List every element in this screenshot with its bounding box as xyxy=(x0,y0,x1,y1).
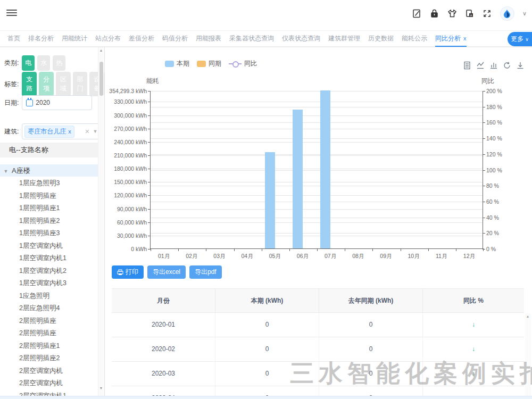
tree-item[interactable]: 1层空调室内机 xyxy=(0,240,98,253)
tree-item[interactable]: 2层照明插座 xyxy=(0,315,98,328)
nav-tab[interactable]: 同比分析x xyxy=(435,31,467,47)
table-body: 2020-01 0 0 ↓ 2020-02 0 0 ↓ 2020-03 xyxy=(112,313,524,396)
tree-item[interactable]: 1层照明插座 xyxy=(0,190,98,203)
nav-tab[interactable]: 历史数据 xyxy=(368,31,394,47)
tree-item[interactable]: 2层照明插座1 xyxy=(0,340,98,353)
tree-item[interactable]: 1应急照明 xyxy=(0,290,98,303)
nav-tab[interactable]: 建筑群管理 xyxy=(328,31,360,47)
select-caret-icon: ▼ xyxy=(93,129,97,134)
svg-text:A: A xyxy=(470,14,472,17)
nav-tab[interactable]: 差值分析 xyxy=(129,31,154,47)
table-column-header: 去年同期 (kWh) xyxy=(319,289,423,312)
tag-remove-icon[interactable]: x xyxy=(68,128,71,135)
tree-item[interactable]: 1层空调室内机3 xyxy=(0,277,98,290)
gridline xyxy=(151,122,483,123)
bottom-scrollbar-strip[interactable] xyxy=(0,396,532,399)
tree-item[interactable]: 1层空调室内机1 xyxy=(0,252,98,265)
bar-chart-icon[interactable] xyxy=(489,61,498,70)
data-view-icon[interactable] xyxy=(463,61,471,70)
tag-button[interactable]: 部门 xyxy=(73,72,88,96)
legend-sameperiod[interactable]: 同期 xyxy=(197,59,221,68)
table-scrollbar[interactable]: ▲ xyxy=(525,313,531,396)
category-button[interactable]: 水 xyxy=(37,55,50,71)
nav-tab[interactable]: 排名分析 xyxy=(28,31,54,47)
top-bar: A ∨ xyxy=(0,0,532,30)
category-button[interactable]: 电 xyxy=(22,55,35,71)
gridline xyxy=(151,236,483,236)
date-picker[interactable] xyxy=(22,95,92,110)
legend-current[interactable]: 本期 xyxy=(165,59,189,68)
main-panel: 本期 同期 同比 xyxy=(105,47,532,396)
nav-tab[interactable]: 用能统计 xyxy=(62,31,87,47)
export-pdf-button[interactable]: 导出pdf xyxy=(189,265,222,279)
tree-item[interactable]: 1层照明插座2 xyxy=(0,215,98,228)
menu-toggle-icon[interactable] xyxy=(6,8,17,16)
table-row: 2020-02 0 0 ↓ xyxy=(112,337,524,362)
nav-tab[interactable]: 能耗公示 xyxy=(402,31,427,47)
x-tick-label: 09月 xyxy=(380,253,392,260)
x-tick-label: 07月 xyxy=(325,253,336,260)
tree-root-node[interactable]: ▼A座楼 xyxy=(0,164,98,177)
tree-item[interactable]: 1层应急照明3 xyxy=(0,177,98,190)
legend-yoy[interactable]: 同比 xyxy=(229,59,257,68)
sidebar-scrollbar[interactable]: ▲ ▼ xyxy=(98,47,104,396)
tick-b xyxy=(345,248,345,251)
id-card-icon[interactable]: A xyxy=(465,9,475,19)
tick-b xyxy=(206,248,206,251)
nav-tab[interactable]: 码值分析 xyxy=(162,31,188,47)
chart-toolbox xyxy=(463,61,525,70)
download-icon[interactable] xyxy=(516,61,525,70)
fullscreen-icon[interactable] xyxy=(483,9,492,19)
select-clear-icon[interactable]: ✕ xyxy=(85,128,89,135)
tag-button[interactable]: 区域 xyxy=(56,72,71,96)
chevron-down-icon[interactable]: ∨ xyxy=(522,10,527,17)
scroll-thumb[interactable] xyxy=(99,62,103,96)
tree-item[interactable]: 2层空调室内机1 xyxy=(0,390,98,396)
tree-item[interactable]: 2层空调室内机 xyxy=(0,365,98,378)
cell-month: 2020-04 xyxy=(112,386,215,396)
nav-tab[interactable]: 用能报表 xyxy=(196,31,221,47)
y-tick-label: 120,000 kWh xyxy=(114,192,147,198)
brand-drop-avatar[interactable] xyxy=(500,6,514,21)
nav-tab[interactable]: 仪表状态查询 xyxy=(282,31,320,47)
line-chart-icon[interactable] xyxy=(476,61,485,70)
tree-item[interactable]: 1层照明插座3 xyxy=(0,227,98,240)
y2-tick-label: 200 % xyxy=(486,88,502,94)
restore-icon[interactable] xyxy=(503,61,511,70)
tree-item[interactable]: 1层照明插座1 xyxy=(0,202,98,215)
tab-close-icon[interactable]: x xyxy=(463,35,467,41)
category-button[interactable]: 热 xyxy=(53,55,65,71)
y-tick-label: 354,299.3 kWh xyxy=(109,88,147,94)
tag-button[interactable]: 支路 xyxy=(22,72,37,96)
export-excel-button[interactable]: 导出excel xyxy=(147,265,186,279)
nav-tab[interactable]: 站点分布 xyxy=(95,31,121,47)
nav-tab[interactable]: 采集器状态查询 xyxy=(229,31,274,47)
scroll-up-icon[interactable]: ▲ xyxy=(525,314,530,318)
tag-button[interactable]: 分项 xyxy=(39,72,54,96)
date-input[interactable] xyxy=(36,99,78,106)
y2-tick-label: 60 % xyxy=(486,198,499,205)
tree-item[interactable]: 1层空调室内机2 xyxy=(0,265,98,278)
nav-tab[interactable]: 首页 xyxy=(7,31,20,47)
building-select[interactable]: 枣庄市台儿庄 x ✕ ▼ xyxy=(22,123,102,139)
theme-shirt-icon[interactable] xyxy=(447,9,457,19)
tree-item[interactable]: 2层照明插座 xyxy=(0,327,98,340)
audit-note-icon[interactable] xyxy=(412,9,422,19)
bar xyxy=(320,90,330,248)
tree-item[interactable]: 2层应急照明4 xyxy=(0,302,98,315)
scroll-up-icon[interactable]: ▲ xyxy=(98,48,104,52)
y2-tick-label: 80 % xyxy=(486,182,499,189)
tree-item[interactable]: 2层空调室内机 xyxy=(0,377,98,390)
tree-collapse-icon[interactable]: ▼ xyxy=(0,165,12,178)
lock-icon[interactable] xyxy=(430,9,439,19)
scroll-down-icon[interactable]: ▼ xyxy=(98,386,104,390)
tree-item[interactable]: 2层照明插座2 xyxy=(0,352,98,365)
tick-r xyxy=(483,202,485,202)
cell-current: 0 xyxy=(215,386,319,396)
tick-b xyxy=(456,248,456,251)
print-button[interactable]: 打印 xyxy=(112,265,144,279)
chevron-down-icon: ∨ xyxy=(525,37,529,42)
tick-b xyxy=(289,248,290,251)
tick-l xyxy=(148,142,151,143)
more-tabs-button[interactable]: 更多∨ xyxy=(508,32,532,46)
